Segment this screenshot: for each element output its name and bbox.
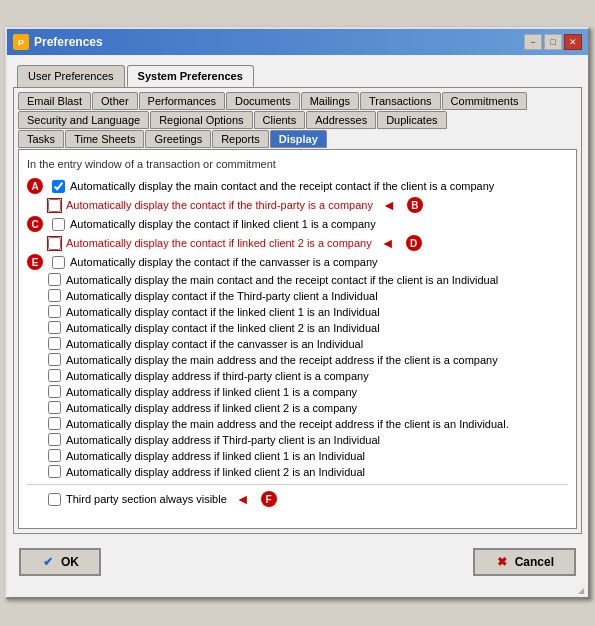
app-icon: P: [13, 34, 29, 50]
outer-tabs: User Preferences System Preferences: [13, 61, 582, 87]
cancel-button[interactable]: ✖ Cancel: [473, 548, 576, 576]
checkbox-label-12: Automatically display address if third-p…: [66, 370, 369, 382]
checkbox-label-17: Automatically display address if linked …: [66, 450, 365, 462]
checkbox-label-4: Automatically display the contact if lin…: [66, 237, 372, 249]
tab-performances[interactable]: Performances: [139, 92, 225, 110]
ok-icon: ✔: [41, 555, 55, 569]
checkbox-label-13: Automatically display address if linked …: [66, 386, 357, 398]
checkbox-label-F: Third party section always visible: [66, 493, 227, 505]
preferences-window: P Preferences − □ ✕ User Preferences Sys…: [5, 27, 590, 599]
checkbox-label-5: Automatically display the contact if the…: [70, 256, 378, 268]
content-header: In the entry window of a transaction or …: [27, 158, 568, 170]
tab-display[interactable]: Display: [270, 130, 327, 148]
checkbox-label-15: Automatically display the main address a…: [66, 418, 509, 430]
cancel-icon: ✖: [495, 555, 509, 569]
checkbox-16[interactable]: [48, 433, 61, 446]
checkbox-row-10: Automatically display contact if the can…: [27, 337, 568, 350]
tab-greetings[interactable]: Greetings: [145, 130, 211, 148]
inner-tabs-row-1: Email Blast Other Performances Documents…: [18, 92, 577, 110]
checkbox-17[interactable]: [48, 449, 61, 462]
checkbox-label-2: Automatically display the contact if the…: [66, 199, 373, 211]
content-area: In the entry window of a transaction or …: [18, 149, 577, 529]
window-body: User Preferences System Preferences Emai…: [7, 55, 588, 540]
checkbox-18[interactable]: [48, 465, 61, 478]
checkbox-1[interactable]: [52, 180, 65, 193]
checkbox-row-14: Automatically display address if linked …: [27, 401, 568, 414]
checkbox-label-14: Automatically display address if linked …: [66, 402, 357, 414]
tab-duplicates[interactable]: Duplicates: [377, 111, 446, 129]
checkbox-4[interactable]: [48, 237, 61, 250]
tab-system-preferences[interactable]: System Preferences: [127, 65, 254, 87]
checkbox-11[interactable]: [48, 353, 61, 366]
checkbox-row-11: Automatically display the main address a…: [27, 353, 568, 366]
tab-time-sheets[interactable]: Time Sheets: [65, 130, 144, 148]
checkbox-10[interactable]: [48, 337, 61, 350]
checkbox-7[interactable]: [48, 289, 61, 302]
inner-tabs-row-3: Tasks Time Sheets Greetings Reports Disp…: [18, 130, 577, 148]
annotation-C: C: [27, 216, 43, 232]
maximize-button[interactable]: □: [544, 34, 562, 50]
checkbox-row-13: Automatically display address if linked …: [27, 385, 568, 398]
checkbox-row-18: Automatically display address if linked …: [27, 465, 568, 478]
checkbox-12[interactable]: [48, 369, 61, 382]
checkbox-label-9: Automatically display contact if the lin…: [66, 322, 380, 334]
checkbox-label-1: Automatically display the main contact a…: [70, 180, 494, 192]
checkbox-9[interactable]: [48, 321, 61, 334]
tab-reports[interactable]: Reports: [212, 130, 269, 148]
checkbox-14[interactable]: [48, 401, 61, 414]
checkbox-15[interactable]: [48, 417, 61, 430]
tab-tasks[interactable]: Tasks: [18, 130, 64, 148]
checkbox-label-11: Automatically display the main address a…: [66, 354, 498, 366]
tab-regional-options[interactable]: Regional Options: [150, 111, 252, 129]
ok-button[interactable]: ✔ OK: [19, 548, 101, 576]
tab-documents[interactable]: Documents: [226, 92, 300, 110]
checkbox-label-18: Automatically display address if linked …: [66, 466, 365, 478]
checkbox-row-F: Third party section always visible ◄ F: [27, 491, 568, 507]
checkbox-label-10: Automatically display contact if the can…: [66, 338, 363, 350]
checkbox-5[interactable]: [52, 256, 65, 269]
tab-other[interactable]: Other: [92, 92, 138, 110]
checkbox-row-12: Automatically display address if third-p…: [27, 369, 568, 382]
checkbox-label-8: Automatically display contact if the lin…: [66, 306, 380, 318]
checkbox-row-6: Automatically display the main contact a…: [27, 273, 568, 286]
checkbox-label-16: Automatically display address if Third-p…: [66, 434, 380, 446]
checkbox-row-7: Automatically display contact if the Thi…: [27, 289, 568, 302]
checkbox-row-8: Automatically display contact if the lin…: [27, 305, 568, 318]
tab-security-language[interactable]: Security and Language: [18, 111, 149, 129]
title-bar-left: P Preferences: [13, 34, 103, 50]
tab-user-preferences[interactable]: User Preferences: [17, 65, 125, 87]
tab-email-blast[interactable]: Email Blast: [18, 92, 91, 110]
title-bar: P Preferences − □ ✕: [7, 29, 588, 55]
annotation-E: E: [27, 254, 43, 270]
tab-addresses[interactable]: Addresses: [306, 111, 376, 129]
checkbox-row-3: C Automatically display the contact if l…: [27, 216, 568, 232]
checkbox-13[interactable]: [48, 385, 61, 398]
arrow-D: ◄: [381, 235, 395, 251]
annotation-B: B: [407, 197, 423, 213]
tab-commitments[interactable]: Commitments: [442, 92, 528, 110]
checkbox-row-15: Automatically display the main address a…: [27, 417, 568, 430]
checkbox-row-4: Automatically display the contact if lin…: [27, 235, 568, 251]
tab-panel: Email Blast Other Performances Documents…: [13, 87, 582, 534]
tab-mailings[interactable]: Mailings: [301, 92, 359, 110]
minimize-button[interactable]: −: [524, 34, 542, 50]
checkbox-F[interactable]: [48, 493, 61, 506]
checkbox-row-16: Automatically display address if Third-p…: [27, 433, 568, 446]
checkbox-2[interactable]: [48, 199, 61, 212]
checkbox-6[interactable]: [48, 273, 61, 286]
annotation-A: A: [27, 178, 43, 194]
checkbox-3[interactable]: [52, 218, 65, 231]
footer: ✔ OK ✖ Cancel: [7, 540, 588, 584]
tab-clients[interactable]: Clients: [254, 111, 306, 129]
checkbox-row-17: Automatically display address if linked …: [27, 449, 568, 462]
checkbox-row-9: Automatically display contact if the lin…: [27, 321, 568, 334]
title-bar-buttons: − □ ✕: [524, 34, 582, 50]
svg-text:P: P: [18, 38, 24, 48]
checkbox-8[interactable]: [48, 305, 61, 318]
annotation-D: D: [406, 235, 422, 251]
checkbox-label-6: Automatically display the main contact a…: [66, 274, 498, 286]
tab-transactions[interactable]: Transactions: [360, 92, 441, 110]
annotation-F: F: [261, 491, 277, 507]
close-button[interactable]: ✕: [564, 34, 582, 50]
inner-tabs-row-2: Security and Language Regional Options C…: [18, 111, 577, 129]
